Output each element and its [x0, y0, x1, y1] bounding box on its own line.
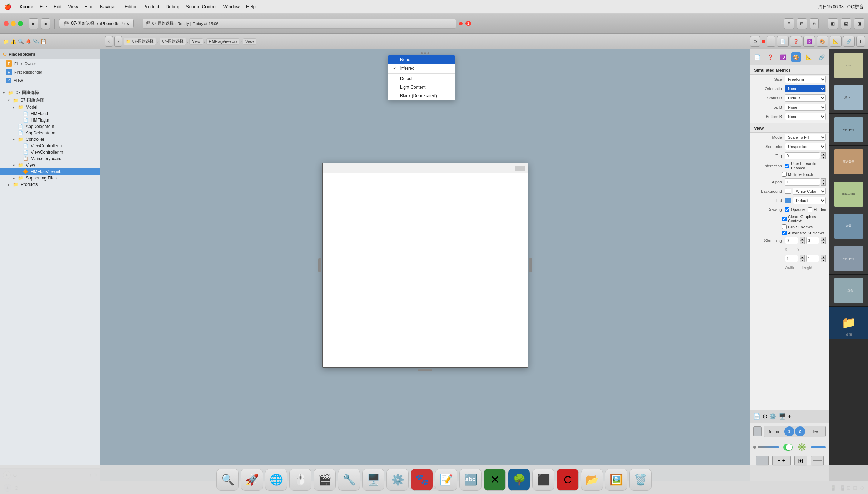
nav-icon-folder[interactable]: 📁 [3, 39, 9, 44]
thumb-2[interactable]: 第13... [829, 81, 868, 114]
thumb-6[interactable]: 试题 [829, 210, 868, 242]
dock-iterm[interactable]: ⬛ [532, 469, 554, 491]
connections-inspector-btn[interactable]: 🔗 [843, 36, 855, 47]
semantic-select[interactable]: Unspecified [785, 143, 826, 150]
dock-safari[interactable]: 🌐 [265, 469, 287, 491]
path-back-btn[interactable]: ‹ [105, 36, 113, 47]
quick-help-tab[interactable]: ❓ [765, 52, 775, 62]
file-inspector-btn[interactable]: 📄 [777, 36, 789, 47]
thumb-5[interactable]: ios1...xlsx [829, 178, 868, 210]
opaque-checkbox[interactable] [785, 207, 789, 212]
stretch-x-input[interactable] [785, 237, 798, 244]
obj-lib-icon-1[interactable]: 📄 [753, 413, 760, 420]
tree-root[interactable]: 📁 07-国旗选择 [0, 89, 100, 97]
tree-item-controller[interactable]: 📁 Controller [0, 136, 100, 143]
tree-item-vc-m[interactable]: 📄 ViewController.m [0, 149, 100, 155]
lib-btn-button[interactable]: Button [764, 426, 783, 437]
resize-handle-right[interactable] [529, 258, 532, 272]
breadcrumb-item-2[interactable]: 07-国旗选择 [160, 38, 186, 45]
tint-color-swatch[interactable] [785, 198, 791, 203]
status-bar-select[interactable]: Default [785, 94, 826, 102]
dock-paw[interactable]: 🐾 [411, 469, 433, 491]
tree-item-1[interactable]: 📁 07-国旗选择 [0, 97, 100, 104]
lib-square-btn[interactable] [756, 456, 769, 466]
help-inspector-btn[interactable]: ❓ [790, 36, 802, 47]
dropdown-none[interactable]: None [388, 55, 455, 64]
obj-lib-icon-3[interactable]: ⚙️ [769, 413, 777, 420]
dropdown-default[interactable]: Default [388, 74, 455, 83]
stretch-y-input[interactable] [806, 237, 820, 244]
autoresize-checkbox[interactable] [782, 231, 787, 235]
user-interaction-checkbox[interactable] [785, 164, 789, 168]
obj-lib-icon-5[interactable]: + [788, 413, 791, 420]
tree-item-hmflag-h[interactable]: 📄 HMFlag.h [0, 110, 100, 117]
iphone-canvas-frame[interactable] [322, 163, 528, 368]
run-button[interactable]: ▶ [29, 18, 38, 29]
add-editor-btn[interactable]: + [767, 36, 775, 47]
resize-handle-bottom[interactable] [418, 369, 432, 371]
dock-sourcetree[interactable]: 🌳 [508, 469, 530, 491]
menu-source-control[interactable]: Source Control [186, 4, 217, 9]
dock-mousecape[interactable]: 🖱️ [289, 469, 311, 491]
dock-quicktime[interactable]: 🎬 [314, 469, 336, 491]
obj-lib-icon-2[interactable]: ⊙ [763, 413, 767, 420]
path-forward-btn[interactable]: › [114, 36, 122, 47]
sx-inc[interactable]: ▲ [800, 237, 805, 241]
dock-instruments[interactable]: 🔧 [338, 469, 360, 491]
tag-input[interactable] [785, 152, 820, 159]
sh-inc[interactable]: ▲ [821, 255, 826, 258]
desktop-thumb[interactable]: 📁 桌面 [829, 307, 868, 339]
tree-item-vc-h[interactable]: 📄 ViewController.h [0, 143, 100, 149]
thumb-4[interactable]: 车丹分享 [829, 146, 868, 178]
tree-item-model[interactable]: 📁 Model [0, 104, 100, 110]
dock-excel[interactable]: ✕ [484, 469, 506, 491]
resize-handle-left[interactable] [318, 258, 321, 272]
dock-word[interactable]: 🔤 [459, 469, 482, 491]
nav-icon-warn[interactable]: ⚠️ [10, 39, 16, 44]
alpha-decrement[interactable]: ▼ [821, 182, 826, 186]
alpha-increment[interactable]: ▲ [821, 178, 826, 182]
alpha-input[interactable] [785, 178, 820, 186]
dock-unfolder[interactable]: 📂 [581, 469, 603, 491]
debug-area-toggle[interactable]: ⬕ [841, 18, 851, 29]
tree-item-hmflag-m[interactable]: 📄 HMFlag.m [0, 117, 100, 123]
menu-window[interactable]: Window [223, 4, 240, 9]
nav-icon-bookmarks[interactable]: ⛵ [25, 39, 31, 44]
breadcrumb-item-4[interactable]: HMFlagView.xib [206, 38, 240, 45]
menu-navigate[interactable]: Navigate [100, 4, 118, 9]
related-files-btn[interactable]: ⊙ [750, 36, 760, 47]
background-color-swatch[interactable] [785, 189, 791, 194]
sw-dec[interactable]: ▼ [800, 258, 805, 262]
sx-dec[interactable]: ▼ [800, 241, 805, 244]
menu-file[interactable]: File [40, 4, 47, 9]
dropdown-light-content[interactable]: Light Content [388, 83, 455, 92]
dock-terminal[interactable]: 🖥️ [362, 469, 384, 491]
tag-decrement[interactable]: ▼ [821, 156, 826, 159]
progress-bar[interactable] [811, 446, 826, 448]
connections-inspector-tab[interactable]: 🔗 [817, 52, 827, 62]
dock-finder[interactable]: 🔍 [216, 469, 239, 491]
thumb-7[interactable]: nip...png [829, 242, 868, 275]
editor-standard-btn[interactable]: ⊞ [784, 18, 794, 29]
tree-item-main-storyboard[interactable]: 📋 Main.storyboard [0, 155, 100, 162]
inspector-toggle[interactable]: ◨ [854, 18, 864, 29]
dock-trash[interactable]: 🗑️ [629, 469, 652, 491]
nav-icon-breakpoints[interactable]: 📎 [33, 39, 39, 44]
file-owner-item[interactable]: F File's Owner [0, 59, 100, 68]
scheme-selector[interactable]: 🏁 07-国旗选择 › iPhone 6s Plus [59, 19, 133, 28]
bottom-bar-select[interactable]: None [785, 113, 826, 120]
mode-select[interactable]: Scale To Fill [785, 134, 826, 141]
breadcrumb-item-1[interactable]: 📁 07-国旗选择 [124, 38, 156, 45]
tag-increment[interactable]: ▲ [821, 152, 826, 156]
breadcrumb-item-3[interactable]: View [189, 38, 203, 45]
tree-item-hmflagview-xib[interactable]: 🔶 HMFlagView.xib [0, 168, 100, 175]
stretch-h-input[interactable] [806, 255, 820, 262]
tree-item-view-folder[interactable]: 📁 View [0, 162, 100, 168]
input-method[interactable]: QQ拼音 [847, 4, 864, 10]
file-inspector-tab[interactable]: 📄 [753, 52, 763, 62]
dock-preview[interactable]: 🖼️ [605, 469, 627, 491]
obj-lib-icon-4[interactable]: 🖥️ [779, 413, 786, 420]
clears-graphics-checkbox[interactable] [782, 217, 787, 221]
menu-edit[interactable]: Edit [54, 4, 61, 9]
menu-find[interactable]: Find [84, 4, 93, 9]
